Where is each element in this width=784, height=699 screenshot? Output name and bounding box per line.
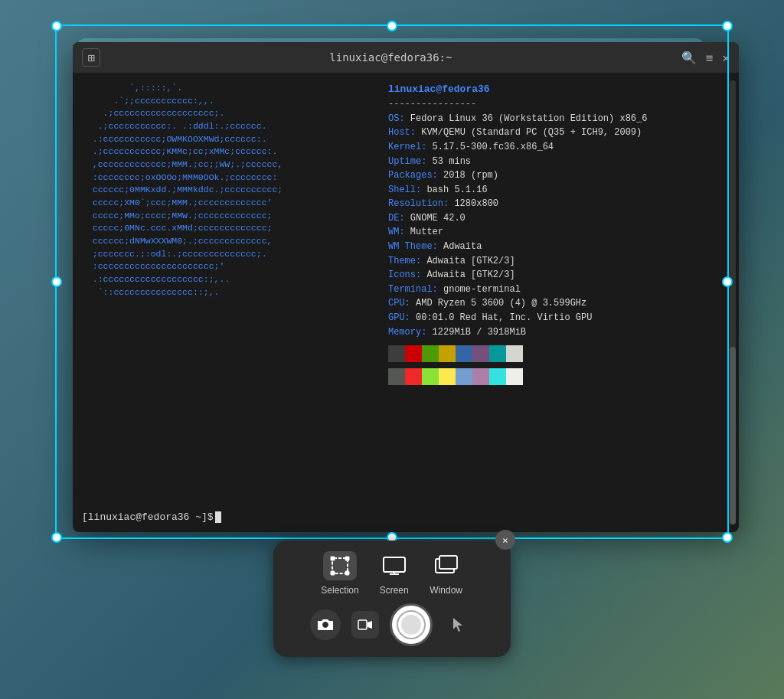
svg-marker-13 <box>368 621 372 629</box>
screen-icon <box>377 551 411 580</box>
svg-rect-4 <box>345 571 349 575</box>
sysinfo-packages: Packages: 2018 (rpm) <box>388 168 730 183</box>
titlebar-actions: 🔍 ≡ ✕ <box>681 51 730 65</box>
swatch-2 <box>422 345 439 362</box>
terminal-title: linuxiac@fedora36:~ <box>100 51 681 64</box>
swatch-4 <box>456 345 472 362</box>
scrollbar[interactable] <box>730 80 736 524</box>
terminal-titlebar: ⊞ linuxiac@fedora36:~ 🔍 ≡ ✕ <box>73 42 739 73</box>
swatch-15 <box>506 368 523 385</box>
sysinfo-memory: Memory: 1229MiB / 3918MiB <box>388 325 730 340</box>
sysinfo-theme: Theme: Adwaita [GTK2/3] <box>388 254 730 269</box>
sysinfo-kernel: Kernel: 5.17.5-300.fc36.x86_64 <box>388 140 730 155</box>
handle-top-mid[interactable] <box>387 21 397 31</box>
sysinfo-uptime: Uptime: 53 mins <box>388 155 730 169</box>
svg-rect-12 <box>358 620 367 629</box>
sysinfo-gpu: GPU: 00:01.0 Red Hat, Inc. Virtio GPU <box>388 311 730 325</box>
handle-top-right[interactable] <box>722 21 733 31</box>
close-icon[interactable]: ✕ <box>722 51 730 65</box>
swatch-5 <box>472 345 489 362</box>
color-swatches-row2 <box>388 368 730 385</box>
swatch-1 <box>405 345 422 362</box>
sysinfo-wm: WM: Mutter <box>388 225 730 240</box>
swatch-12 <box>456 368 472 385</box>
svg-rect-5 <box>384 557 405 572</box>
sysinfo-wm-theme: WM Theme: Adwaita <box>388 240 730 254</box>
video-button[interactable] <box>351 611 379 639</box>
cursor-button[interactable] <box>443 609 474 640</box>
swatch-11 <box>439 368 456 385</box>
toolbar-screen-option[interactable]: Screen <box>377 551 411 596</box>
handle-top-left[interactable] <box>51 21 62 31</box>
svg-rect-1 <box>331 557 335 560</box>
toolbar-selection-option[interactable]: Selection <box>321 551 358 596</box>
handle-bottom-left[interactable] <box>51 532 62 543</box>
swatch-8 <box>388 368 405 385</box>
sysinfo-resolution: Resolution: 1280x800 <box>388 197 730 211</box>
svg-rect-2 <box>345 557 349 560</box>
sysinfo-shell: Shell: bash 5.1.16 <box>388 183 730 198</box>
ascii-art: `,:::::,`. .`;;ccccccccccc:,,. .;ccccccc… <box>82 82 373 523</box>
toolbar-window-option[interactable]: Window <box>430 551 463 596</box>
terminal-body: `,:::::,`. .`;;ccccccccccc:,,. .;ccccccc… <box>73 73 739 532</box>
svg-rect-9 <box>439 556 457 569</box>
record-dot <box>401 615 421 635</box>
handle-bottom-right[interactable] <box>722 532 733 543</box>
screenshot-toolbar: × Selection <box>273 541 511 657</box>
titlebar-left: ⊞ <box>82 48 100 67</box>
search-icon[interactable]: 🔍 <box>681 51 697 65</box>
swatch-0 <box>388 345 405 362</box>
swatch-13 <box>472 368 489 385</box>
terminal-prompt[interactable]: [linuxiac@fedora36 ~]$ <box>82 511 221 523</box>
svg-point-11 <box>323 622 328 627</box>
sysinfo-icons: Icons: Adwaita [GTK2/3] <box>388 268 730 283</box>
swatch-10 <box>422 368 439 385</box>
prompt-cursor <box>215 511 221 523</box>
color-swatches-row1 <box>388 345 730 362</box>
svg-rect-3 <box>331 571 335 575</box>
swatch-14 <box>489 368 506 385</box>
sysinfo-cpu: CPU: AMD Ryzen 5 3600 (4) @ 3.599GHz <box>388 296 730 311</box>
selection-icon <box>323 551 357 580</box>
terminal-window: ⊞ linuxiac@fedora36:~ 🔍 ≡ ✕ `,:::::,`. .… <box>73 42 739 532</box>
toolbar-close-button[interactable]: × <box>495 530 515 550</box>
sysinfo-os: OS: Fedora Linux 36 (Workstation Edition… <box>388 112 730 126</box>
screen-label: Screen <box>380 585 409 596</box>
sysinfo-terminal: Terminal: gnome-terminal <box>388 283 730 297</box>
new-tab-button[interactable]: ⊞ <box>82 48 100 67</box>
toolbar-options-row: Selection Screen Window <box>321 551 462 596</box>
system-info: linuxiac@fedora36 ---------------- OS: F… <box>388 82 730 523</box>
record-button[interactable] <box>390 603 433 646</box>
record-btn-inner <box>397 610 426 639</box>
prompt-text: [linuxiac@fedora36 ~]$ <box>82 511 214 523</box>
menu-icon[interactable]: ≡ <box>706 51 714 65</box>
swatch-7 <box>506 345 523 362</box>
sysinfo-host: Host: KVM/QEMU (Standard PC (Q35 + ICH9,… <box>388 126 730 140</box>
toolbar-bottom-row <box>310 603 474 646</box>
handle-left-mid[interactable] <box>51 276 62 287</box>
window-label: Window <box>430 585 462 596</box>
window-icon <box>430 551 463 580</box>
swatch-3 <box>439 345 456 362</box>
swatch-6 <box>489 345 506 362</box>
sysinfo-de: DE: GNOME 42.0 <box>388 211 730 226</box>
sysinfo-separator: ---------------- <box>388 97 730 112</box>
selection-label: Selection <box>321 585 358 596</box>
camera-button[interactable] <box>310 609 341 640</box>
scrollbar-thumb[interactable] <box>730 347 736 524</box>
close-icon: × <box>502 534 508 546</box>
swatch-9 <box>405 368 422 385</box>
sysinfo-username: linuxiac@fedora36 <box>388 82 730 97</box>
